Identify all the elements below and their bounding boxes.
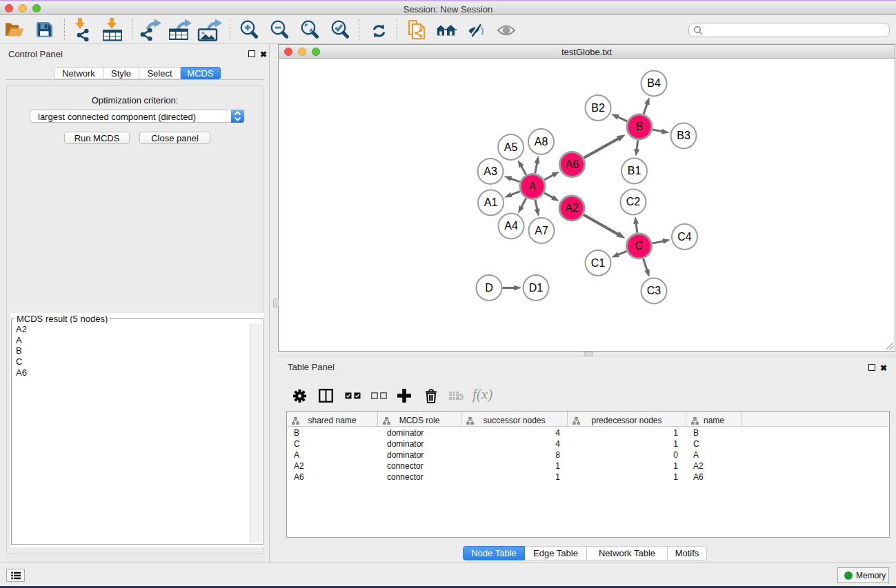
svg-text:A2: A2 (565, 202, 579, 214)
svg-text:C: C (635, 240, 644, 252)
svg-text:D1: D1 (529, 282, 544, 294)
svg-text:A5: A5 (504, 141, 518, 153)
svg-text:A4: A4 (504, 220, 518, 232)
svg-text:A7: A7 (535, 225, 548, 236)
svg-text:B2: B2 (591, 102, 605, 114)
svg-text:B: B (636, 121, 644, 132)
svg-text:A1: A1 (484, 196, 498, 208)
svg-text:C1: C1 (591, 257, 606, 269)
svg-text:A: A (529, 181, 537, 192)
svg-text:C4: C4 (677, 231, 692, 243)
svg-text:A6: A6 (566, 159, 579, 170)
svg-text:C3: C3 (647, 285, 661, 296)
svg-text:C2: C2 (626, 196, 641, 207)
svg-text:A3: A3 (484, 165, 497, 177)
svg-text:A8: A8 (535, 136, 548, 148)
svg-text:B4: B4 (647, 77, 661, 89)
svg-text:B3: B3 (677, 130, 690, 141)
svg-text:B1: B1 (628, 165, 641, 176)
svg-text:D: D (485, 282, 493, 294)
